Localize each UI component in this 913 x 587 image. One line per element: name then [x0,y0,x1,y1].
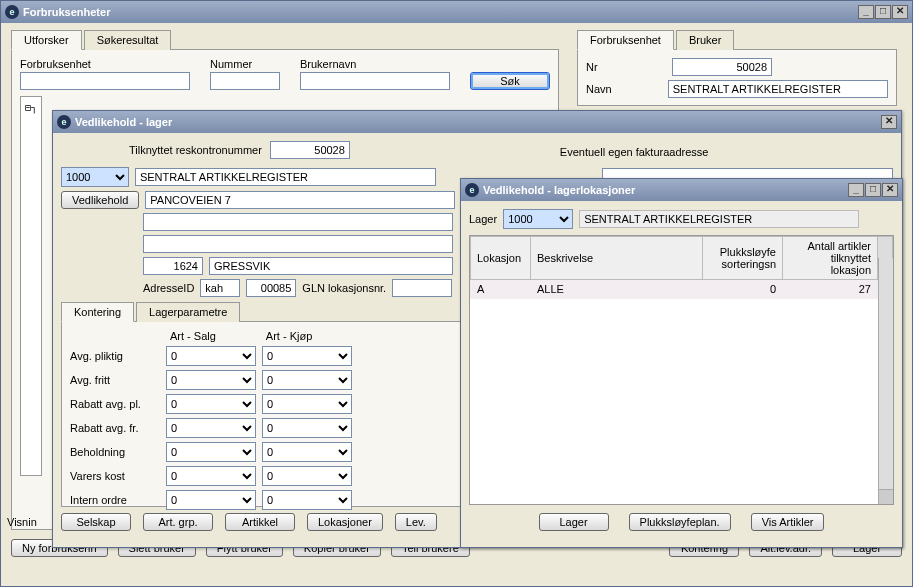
grid-row[interactable]: A ALLE 0 27 [471,280,893,299]
label-nummer: Nummer [210,58,280,70]
cell-beskrivelse: ALLE [531,280,703,299]
btn-lev[interactable]: Lev. [395,513,437,531]
sel-r6-kjop[interactable]: 0 [262,466,352,486]
minimize-button[interactable]: _ [848,183,864,197]
select-lager[interactable]: 1000 [61,167,129,187]
maximize-button[interactable]: □ [865,183,881,197]
maximize-button[interactable]: □ [875,5,891,19]
cell-antall: 27 [783,280,878,299]
label-avg-pliktig: Avg. pliktig [70,350,160,362]
btn-vedlikehold[interactable]: Vedlikehold [61,191,139,209]
sel-r3-kjop[interactable]: 0 [262,394,352,414]
btn-artgrp[interactable]: Art. grp. [143,513,213,531]
tab-lagerparametre[interactable]: Lagerparametre [136,302,240,322]
label-avg-fritt: Avg. fritt [70,374,160,386]
close-button[interactable]: ✕ [882,183,898,197]
sel-r4-kjop[interactable]: 0 [262,418,352,438]
sel-r7-salg[interactable]: 0 [166,490,256,510]
sel-r5-kjop[interactable]: 0 [262,442,352,462]
label-gln: GLN lokasjonsnr. [302,282,386,294]
input-nummer[interactable] [210,72,280,90]
cell-sortering: 0 [703,280,783,299]
label-nr: Nr [586,61,636,73]
select-lager-v2[interactable]: 1000 [503,209,573,229]
close-button[interactable]: ✕ [892,5,908,19]
input-reskontro[interactable] [270,141,350,159]
scroll-down-icon[interactable] [879,489,893,504]
sel-r3-salg[interactable]: 0 [166,394,256,414]
sel-r1-salg[interactable]: 0 [166,346,256,366]
header-art-kjop: Art - Kjøp [266,330,312,342]
tab-sokeresultat[interactable]: Søkeresultat [84,30,172,50]
titlebar-main[interactable]: e Forbruksenheter _ □ ✕ [1,1,912,23]
input-lager-navn[interactable] [135,168,436,186]
label-rabatt-fr: Rabatt avg. fr. [70,422,160,434]
sel-r1-kjop[interactable]: 0 [262,346,352,366]
sel-r2-salg[interactable]: 0 [166,370,256,390]
tab-bruker[interactable]: Bruker [676,30,734,50]
label-navn: Navn [586,83,632,95]
btn-selskap[interactable]: Selskap [61,513,131,531]
input-sted[interactable] [209,257,453,275]
col-antall[interactable]: Antall artikler tilknyttet lokasjon [783,237,878,280]
input-navn[interactable] [668,80,888,98]
label-beholdning: Beholdning [70,446,160,458]
close-button[interactable]: ✕ [881,115,897,129]
label-lager: Lager [469,213,497,225]
tab-forbruksenhet[interactable]: Forbruksenhet [577,30,674,50]
label-brukernavn: Brukernavn [300,58,450,70]
window-lagerlokasjoner: e Vedlikehold - lagerlokasjoner _ □ ✕ La… [460,178,903,548]
label-reskontro: Tilknyttet reskontronummer [129,144,262,156]
input-adresse3[interactable] [143,235,453,253]
sel-r4-salg[interactable]: 0 [166,418,256,438]
scrollbar-vertical[interactable] [878,258,893,504]
grid-lokasjoner[interactable]: Lokasjon Beskrivelse Plukksløyfe sorteri… [469,235,894,505]
tab-utforsker[interactable]: Utforsker [11,30,82,50]
app-icon: e [5,5,19,19]
input-nr[interactable] [672,58,772,76]
input-adresseid1[interactable] [200,279,240,297]
input-adresseid2[interactable] [246,279,296,297]
input-postnr[interactable] [143,257,203,275]
sel-r7-kjop[interactable]: 0 [262,490,352,510]
btn-lager-v2[interactable]: Lager [539,513,609,531]
label-varers-kost: Varers kost [70,470,160,482]
window-title: Forbruksenheter [23,6,858,18]
sel-r2-kjop[interactable]: 0 [262,370,352,390]
label-forbruksenhet: Forbruksenhet [20,58,190,70]
titlebar-v1[interactable]: e Vedlikehold - lager ✕ [53,111,901,133]
label-visning: Visnin [7,516,37,528]
titlebar-v2[interactable]: e Vedlikehold - lagerlokasjoner _ □ ✕ [461,179,902,201]
window-title-v2: Vedlikehold - lagerlokasjoner [483,184,848,196]
readonly-lager-navn: SENTRALT ARTIKKELREGISTER [579,210,859,228]
cell-lokasjon: A [471,280,531,299]
col-plukksloyfe[interactable]: Plukksløyfe sorteringsn [703,237,783,280]
sel-r5-salg[interactable]: 0 [166,442,256,462]
sel-r6-salg[interactable]: 0 [166,466,256,486]
input-gln[interactable] [392,279,452,297]
btn-lokasjoner[interactable]: Lokasjoner [307,513,383,531]
minimize-button[interactable]: _ [858,5,874,19]
label-rabatt-pl: Rabatt avg. pl. [70,398,160,410]
label-intern-ordre: Intern ordre [70,494,160,506]
app-icon: e [465,183,479,197]
btn-plukksloyfeplan[interactable]: Plukksløyfeplan. [629,513,731,531]
search-button[interactable]: Søk [470,72,550,90]
header-art-salg: Art - Salg [170,330,216,342]
label-adresseid: AdresseID [143,282,194,294]
tree-view[interactable]: ⊟┐ [20,96,42,476]
col-beskrivelse[interactable]: Beskrivelse [531,237,703,280]
tab-kontering[interactable]: Kontering [61,302,134,322]
detail-panel: Nr Navn [577,50,897,106]
label-faktura: Eventuell egen fakturaadresse [560,146,709,158]
window-title-v1: Vedlikehold - lager [75,116,881,128]
col-lokasjon[interactable]: Lokasjon [471,237,531,280]
input-forbruksenhet[interactable] [20,72,190,90]
app-icon: e [57,115,71,129]
input-brukernavn[interactable] [300,72,450,90]
input-adresse2[interactable] [143,213,453,231]
input-adresse[interactable] [145,191,455,209]
btn-vis-artikler[interactable]: Vis Artikler [751,513,825,531]
btn-artikkel[interactable]: Artikkel [225,513,295,531]
